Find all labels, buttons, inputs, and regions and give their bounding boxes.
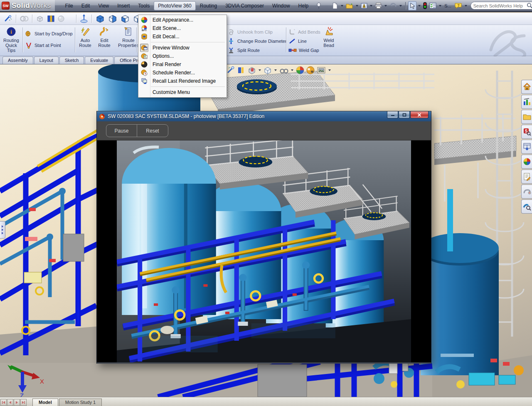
component-cube-icon[interactable] bbox=[36, 15, 44, 22]
start-by-dragdrop-button[interactable]: Start by Drag/Drop bbox=[25, 29, 76, 38]
undo-dropdown[interactable] bbox=[399, 5, 402, 7]
help-balloon-dropdown[interactable] bbox=[465, 5, 467, 7]
toolbar-overflow-label[interactable]: S... bbox=[443, 3, 453, 8]
routing-library-tab[interactable] bbox=[521, 199, 532, 214]
menu-pin-icon[interactable] bbox=[316, 2, 322, 9]
view-cube-back-icon[interactable] bbox=[108, 14, 118, 23]
mates-icon[interactable] bbox=[20, 15, 29, 22]
section-view-dropdown[interactable] bbox=[259, 69, 261, 71]
menu-item-final-render[interactable]: Final Render bbox=[138, 60, 227, 69]
auto-route-button[interactable]: Auto Route bbox=[77, 27, 93, 48]
menu-item-customize-menu[interactable]: Customize Menu bbox=[138, 88, 227, 96]
smart-fasteners-icon[interactable] bbox=[4, 15, 12, 22]
appearances-scenes-tab[interactable] bbox=[521, 155, 532, 169]
preview-minimize-button[interactable] bbox=[387, 111, 398, 118]
tab-assembly[interactable]: Assembly bbox=[2, 57, 33, 64]
view-settings-dropdown[interactable] bbox=[328, 69, 331, 71]
menu-item-schedule-render[interactable]: Schedule Render... bbox=[138, 69, 227, 77]
design-checker-dropdown[interactable] bbox=[439, 5, 441, 7]
open-document-button[interactable] bbox=[345, 2, 354, 10]
view-orientation-dropdown[interactable] bbox=[274, 69, 277, 71]
feature-tree-collapsed-tab[interactable] bbox=[0, 221, 5, 239]
weld-bead-button[interactable]: Weld Bead bbox=[321, 27, 337, 48]
select-tool-button[interactable] bbox=[408, 1, 416, 10]
edit-route-button[interactable]: Edit Route bbox=[96, 27, 112, 48]
view-cube-front-icon[interactable] bbox=[95, 14, 105, 23]
menu-item-preview-window[interactable]: Preview Window bbox=[138, 44, 227, 52]
window-columns-icon[interactable] bbox=[47, 15, 55, 22]
preview-restore-button[interactable] bbox=[399, 111, 410, 118]
view-settings-icon[interactable] bbox=[316, 66, 326, 75]
solidworks-resources-tab[interactable] bbox=[521, 80, 532, 94]
routing-quick-tips-button[interactable]: i Routing Quick Tips bbox=[1, 27, 22, 53]
menu-tools[interactable]: Tools bbox=[134, 1, 154, 10]
design-library-tab[interactable] bbox=[521, 95, 532, 109]
print-button[interactable] bbox=[374, 2, 383, 10]
reference-axis-icon[interactable] bbox=[80, 14, 88, 23]
reset-button[interactable]: Reset bbox=[137, 125, 168, 137]
pause-button[interactable]: Pause bbox=[106, 125, 137, 137]
file-explorer-tab[interactable] bbox=[521, 110, 532, 124]
menu-separator bbox=[151, 86, 225, 87]
menu-item-edit-scene[interactable]: Edit Scene... bbox=[138, 24, 227, 32]
tab-nav-next-button[interactable] bbox=[14, 399, 20, 406]
menu-photoview360[interactable]: PhotoView 360 bbox=[154, 1, 196, 10]
menu-item-edit-decal[interactable]: Edit Decal... bbox=[138, 32, 227, 41]
tab-evaluate[interactable]: Evaluate bbox=[85, 57, 113, 64]
publish-dropdown[interactable] bbox=[370, 5, 372, 7]
weld-gap-button[interactable]: Weld Gap bbox=[288, 46, 320, 55]
undo-button[interactable] bbox=[389, 2, 398, 10]
menu-view[interactable]: View bbox=[94, 1, 113, 10]
motion-study-tab[interactable]: Motion Study 1 bbox=[59, 399, 102, 406]
edit-appearance-hud-icon[interactable] bbox=[296, 66, 305, 75]
menu-window[interactable]: Window bbox=[268, 1, 294, 10]
menu-routing[interactable]: Routing bbox=[196, 1, 221, 10]
help-balloon-icon[interactable]: ? bbox=[453, 2, 463, 10]
change-route-diameter-button[interactable]: Change Route Diameter bbox=[228, 37, 287, 46]
publish-edrawings-button[interactable]: A bbox=[360, 2, 368, 10]
menu-edit[interactable]: Edit bbox=[77, 1, 94, 10]
view-palette-tab[interactable] bbox=[521, 140, 532, 154]
zoom-area-icon[interactable] bbox=[237, 66, 246, 75]
select-tool-dropdown[interactable] bbox=[418, 5, 421, 7]
zoom-fit-icon[interactable] bbox=[227, 66, 236, 75]
display-style-dropdown[interactable] bbox=[291, 69, 293, 71]
print-dropdown[interactable] bbox=[384, 5, 387, 7]
routing-clips-tab[interactable] bbox=[521, 185, 532, 199]
view-cube-left-icon[interactable] bbox=[120, 14, 130, 23]
sphere-icon[interactable] bbox=[57, 15, 65, 22]
custom-properties-tab[interactable] bbox=[521, 170, 532, 184]
photoview-preview-window[interactable]: SW 020083 SAC SYSTEM.SLDASM - photoview … bbox=[96, 111, 431, 364]
section-view-icon[interactable] bbox=[247, 66, 256, 75]
interference-light-icon[interactable] bbox=[422, 1, 428, 10]
solidworks-search-tab[interactable]: S bbox=[521, 125, 532, 139]
menu-insert[interactable]: Insert bbox=[113, 1, 134, 10]
split-route-button[interactable]: Split Route bbox=[228, 46, 287, 55]
apply-scene-icon[interactable] bbox=[306, 66, 315, 75]
menu-item-options[interactable]: Options... bbox=[138, 52, 227, 60]
open-document-dropdown[interactable] bbox=[356, 5, 358, 7]
new-document-dropdown[interactable] bbox=[341, 5, 343, 7]
tab-nav-last-button[interactable] bbox=[20, 399, 27, 406]
view-orientation-icon[interactable] bbox=[263, 66, 272, 75]
new-document-button[interactable] bbox=[331, 2, 339, 10]
design-checker-button[interactable] bbox=[429, 2, 437, 10]
preview-title-bar[interactable]: SW 020083 SAC SYSTEM.SLDASM - photoview … bbox=[97, 111, 431, 121]
search-input[interactable] bbox=[473, 3, 527, 8]
display-style-icon[interactable] bbox=[279, 66, 289, 75]
line-button[interactable]: Line bbox=[288, 37, 320, 46]
preview-close-button[interactable] bbox=[410, 111, 429, 118]
menu-file[interactable]: File bbox=[61, 1, 77, 10]
menu-3dvia-composer[interactable]: 3DVIA Composer bbox=[221, 1, 268, 10]
start-at-point-button[interactable]: Start at Point bbox=[25, 41, 76, 50]
model-tab[interactable]: Model bbox=[32, 399, 58, 406]
tab-sketch[interactable]: Sketch bbox=[59, 57, 84, 64]
tab-layout[interactable]: Layout bbox=[34, 57, 59, 64]
route-properties-button[interactable]: Route Properties bbox=[116, 27, 141, 48]
menu-item-edit-appearance[interactable]: Edit Appearance... bbox=[138, 16, 227, 24]
tab-nav-prev-button[interactable] bbox=[7, 399, 13, 406]
tab-nav-first-button[interactable] bbox=[0, 399, 7, 406]
menu-item-recall-last-rendered[interactable]: Recall Last Rendered Image bbox=[138, 77, 227, 85]
search-box[interactable] bbox=[470, 2, 532, 10]
menu-help[interactable]: Help bbox=[294, 1, 313, 10]
